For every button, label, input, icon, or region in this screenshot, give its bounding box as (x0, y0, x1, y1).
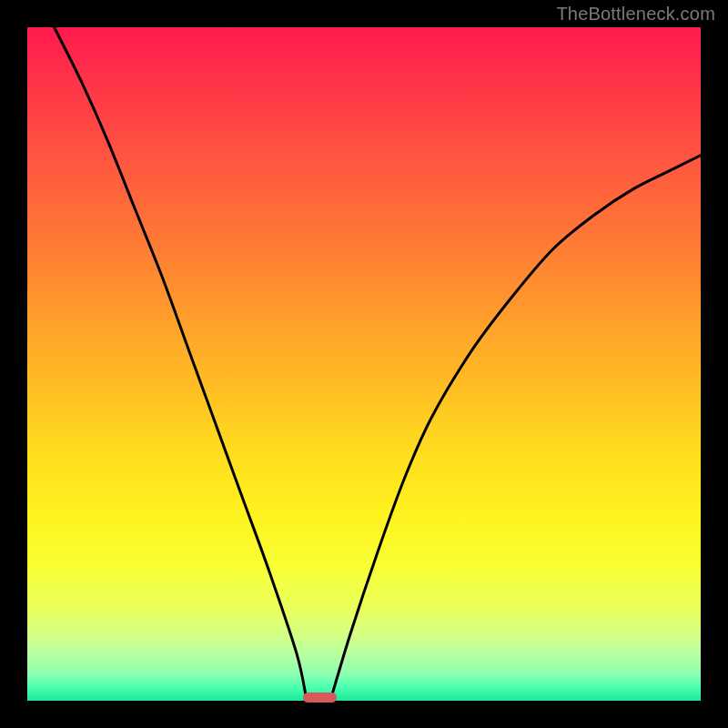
curve-layer (27, 27, 701, 701)
watermark-text: TheBottleneck.com (556, 4, 715, 25)
outer-frame: TheBottleneck.com (0, 0, 728, 728)
plot-area (27, 27, 701, 701)
left-branch-curve (55, 27, 308, 701)
right-branch-curve (330, 156, 701, 701)
optimal-range-marker (303, 693, 337, 703)
